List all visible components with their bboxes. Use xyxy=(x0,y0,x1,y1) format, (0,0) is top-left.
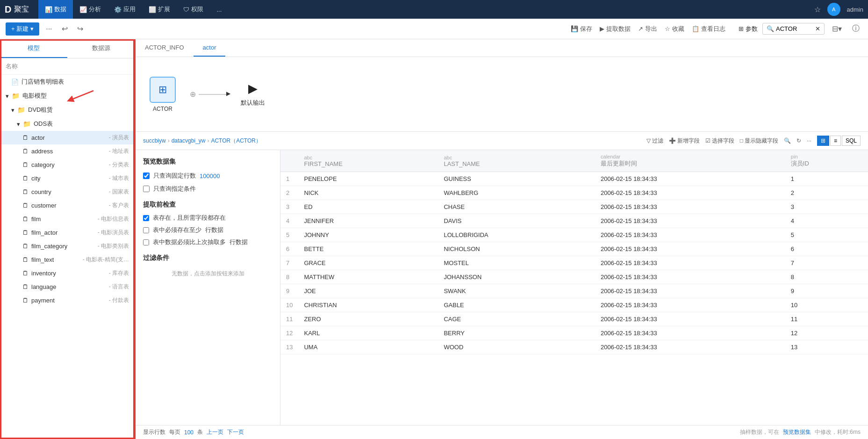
per-page-label: 每页 xyxy=(169,428,180,436)
cell-updated-at: 2006-02-15 18:34:33 xyxy=(595,298,785,312)
search-action-icon[interactable]: 🔍 xyxy=(784,137,791,144)
sidebar-item-address[interactable]: 🗒 address - 地址表 xyxy=(0,144,135,158)
star-icon[interactable]: ☆ xyxy=(814,5,821,14)
chevron-right-icon-2: ▾ xyxy=(11,107,14,114)
folder-icon-2: 📁 xyxy=(17,106,25,114)
sidebar-item-film-actor[interactable]: 🗒 film_actor - 电影演员表 xyxy=(0,226,135,239)
log-action[interactable]: 📋 查看日志 xyxy=(692,25,725,33)
cell-last-name: GUINESS xyxy=(438,172,595,186)
data-content: 预览数据集 只查询固定行数 100000 只查询指定条件 提取前检查 表存在，且… xyxy=(136,150,868,425)
add-node-icon[interactable]: ⊕ xyxy=(190,90,196,99)
row-limit-value[interactable]: 100000 xyxy=(200,173,220,180)
sidebar-item-country[interactable]: 🗒 country - 国家表 xyxy=(0,185,135,199)
sql-view-button[interactable]: SQL xyxy=(842,136,861,146)
preview-option-2-checkbox[interactable] xyxy=(143,186,150,192)
sidebar-item-payment[interactable]: 🗒 payment - 付款表 xyxy=(0,294,135,307)
cell-updated-at: 2006-02-15 18:34:33 xyxy=(595,200,785,214)
next-page-button[interactable]: 下一页 xyxy=(227,428,244,436)
sidebar-item-store-sales[interactable]: 📄 门店销售明细表 xyxy=(0,75,135,89)
info-button[interactable]: ⓘ xyxy=(849,22,862,36)
nav-item-more[interactable]: ... xyxy=(210,0,228,19)
nav-item-app[interactable]: ⚙️ 应用 xyxy=(108,0,142,19)
tab-model[interactable]: 模型 xyxy=(0,39,67,58)
table-icon-actor: 🗒 xyxy=(22,134,29,141)
save-icon: 💾 xyxy=(571,25,578,32)
search-box[interactable]: 🔍 ✕ xyxy=(762,23,825,35)
sidebar-item-actor[interactable]: 🗒 actor - 演员表 xyxy=(0,131,135,144)
breadcrumb-part1[interactable]: succbiyw xyxy=(143,137,166,144)
sidebar-item-ods[interactable]: ▾ 📁 ODS表 xyxy=(0,117,135,131)
filter-action[interactable]: ▽ 过滤 xyxy=(646,137,663,145)
export-action[interactable]: ↗ 导出 xyxy=(638,25,657,33)
row-num: 3 xyxy=(280,200,298,214)
extract-action[interactable]: ▶ 提取数据 xyxy=(600,25,631,33)
sidebar-item-language[interactable]: 🗒 language - 语言表 xyxy=(0,280,135,294)
new-button[interactable]: + 新建 ▾ xyxy=(6,22,39,36)
extract-option-2-checkbox[interactable] xyxy=(143,227,149,233)
list-view-button[interactable]: ≡ xyxy=(830,136,841,146)
preview-option-1-checkbox[interactable] xyxy=(143,173,150,179)
select-field-action[interactable]: ☑ 选择字段 xyxy=(705,137,734,145)
cell-last-name: BERRY xyxy=(438,326,595,340)
tab-datasource[interactable]: 数据源 xyxy=(67,39,135,58)
actor-node[interactable]: ⊞ ACTOR xyxy=(150,77,176,112)
nav-item-data[interactable]: 📊 数据 xyxy=(38,0,73,19)
data-icon: 📊 xyxy=(45,6,52,13)
canvas-connector: ⊕ xyxy=(190,90,227,99)
sidebar-item-category[interactable]: 🗒 category - 分类表 xyxy=(0,158,135,172)
collect-action[interactable]: ☆ 收藏 xyxy=(665,25,684,33)
actor-node-box: ⊞ xyxy=(150,77,176,103)
nav-item-extend[interactable]: ⬜ 扩展 xyxy=(142,0,177,19)
sidebar-item-city[interactable]: 🗒 city - 城市表 xyxy=(0,172,135,185)
undo-button[interactable]: ↩ xyxy=(59,22,71,35)
refresh-action-icon[interactable]: ↻ xyxy=(796,137,801,144)
app-icon: ⚙️ xyxy=(114,6,122,13)
more-action-icon[interactable]: ··· xyxy=(807,137,811,144)
row-num: 10 xyxy=(280,298,298,312)
breadcrumb-part2[interactable]: datacvgbi_yw xyxy=(172,137,206,144)
save-action[interactable]: 💾 保存 xyxy=(571,25,592,33)
sidebar-list: 📄 门店销售明细表 ▾ 📁 电影模型 ▾ 📁 DVD租赁 ▾ 📁 ODS表 xyxy=(0,75,135,439)
layout-toggle[interactable]: ⊟▾ xyxy=(829,22,845,35)
grid-view-button[interactable]: ⊞ xyxy=(817,136,829,146)
sidebar-item-movie-model[interactable]: ▾ 📁 电影模型 xyxy=(0,89,135,103)
analysis-icon: 📈 xyxy=(79,6,87,13)
table-icon-address: 🗒 xyxy=(22,148,29,155)
header-actions: ▽ 过滤 ➕ 新增字段 ☑ 选择字段 □ 显示隐藏字段 � xyxy=(646,136,861,146)
extract-option-1-checkbox[interactable] xyxy=(143,215,149,221)
param-action[interactable]: ⊞ 参数 xyxy=(739,25,758,33)
tab-actor[interactable]: actor xyxy=(194,39,226,57)
redo-button[interactable]: ↪ xyxy=(74,22,86,35)
table-icon-film-text: 🗒 xyxy=(22,256,29,263)
clear-search-icon[interactable]: ✕ xyxy=(815,25,820,32)
cell-actor-id: 5 xyxy=(785,228,868,242)
extract-option-3-checkbox[interactable] xyxy=(143,239,149,245)
tab-actor-info[interactable]: ACTOR_INFO xyxy=(136,39,194,57)
prev-page-button[interactable]: 上一页 xyxy=(207,428,223,436)
cell-actor-id: 4 xyxy=(785,214,868,228)
cell-updated-at: 2006-02-15 18:34:33 xyxy=(595,186,785,200)
per-page-value[interactable]: 100 xyxy=(184,429,194,436)
sidebar-item-film[interactable]: 🗒 film - 电影信息表 xyxy=(0,212,135,226)
add-field-action[interactable]: ➕ 新增字段 xyxy=(669,137,700,145)
table-row: 8 MATTHEW JOHANSSON 2006-02-15 18:34:33 … xyxy=(280,270,868,284)
sidebar-item-inventory[interactable]: 🗒 inventory - 库存表 xyxy=(0,266,135,280)
table-icon-country: 🗒 xyxy=(22,188,29,195)
output-node[interactable]: ▶ 默认输出 xyxy=(241,81,265,107)
cell-updated-at: 2006-02-15 18:34:33 xyxy=(595,312,785,326)
preview-link[interactable]: 预览数据集 xyxy=(783,428,811,436)
output-arrow-icon: ▶ xyxy=(248,81,258,96)
sidebar-tabs: 模型 数据源 xyxy=(0,39,135,58)
cell-first-name: BETTE xyxy=(298,242,438,256)
show-hidden-action[interactable]: □ 显示隐藏字段 xyxy=(740,137,778,145)
avatar[interactable]: A xyxy=(827,3,840,16)
sidebar-item-dvd-rental[interactable]: ▾ 📁 DVD租赁 xyxy=(0,103,135,117)
nav-item-analysis[interactable]: 📈 分析 xyxy=(73,0,108,19)
sidebar-item-film-text[interactable]: 🗒 film_text - 电影表-精简(支… xyxy=(0,253,135,266)
nav-item-permission[interactable]: 🛡 权限 xyxy=(177,0,210,19)
sidebar-item-film-category[interactable]: 🗒 film_category - 电影类别表 xyxy=(0,239,135,253)
search-input[interactable] xyxy=(776,25,813,32)
table-icon-category: 🗒 xyxy=(22,161,29,168)
more-options-button[interactable]: ··· xyxy=(43,23,55,35)
sidebar-item-customer[interactable]: 🗒 customer - 客户表 xyxy=(0,199,135,212)
